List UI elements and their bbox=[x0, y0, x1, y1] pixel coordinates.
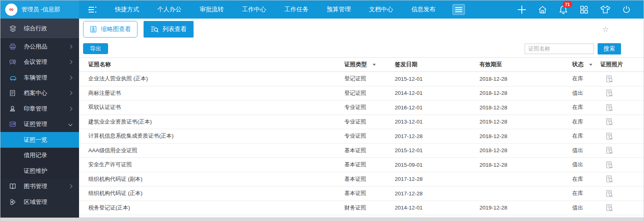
cell-issue_date: 2014-12-01 bbox=[395, 205, 479, 211]
car-icon bbox=[9, 74, 17, 81]
cell-issue_date: 2014-12-01 bbox=[395, 90, 479, 96]
cell-status: 借出 bbox=[572, 147, 600, 154]
cell-type: 基本证照 bbox=[344, 147, 395, 154]
topnav-item-6[interactable]: 文档中心 bbox=[369, 6, 393, 13]
sidebar-item-区域管理[interactable]: 区域管理 bbox=[0, 194, 79, 210]
photo-view-icon[interactable] bbox=[605, 175, 614, 183]
table-row[interactable]: 税务登记证(正本)财务证照2014-12-012019-12-28借出 bbox=[79, 201, 644, 216]
cell-status: 在库 bbox=[572, 118, 600, 126]
topnav-item-1[interactable]: 个人办公 bbox=[157, 6, 181, 13]
topnav-item-2[interactable]: 审批流转 bbox=[200, 6, 224, 13]
table-row[interactable]: 安全生产许可证照基本证照2015-09-012018-12-28借出 bbox=[79, 158, 644, 172]
table-row[interactable]: 组织机构代码证 (副本)基本证照2017-12-28在库 bbox=[79, 172, 644, 187]
photo-view-icon[interactable] bbox=[605, 189, 614, 198]
brand-area: ∞ 管理员 -信息部 bbox=[0, 0, 79, 19]
photo-view-icon[interactable] bbox=[605, 146, 614, 155]
topnav-item-4[interactable]: 工作任务 bbox=[284, 6, 308, 13]
cell-issue_date: 2016-12-01 bbox=[395, 105, 479, 111]
photo-view-icon[interactable] bbox=[605, 89, 614, 97]
photo-view-icon[interactable] bbox=[605, 75, 614, 83]
sidebar-item-印章管理[interactable]: 印章管理 bbox=[0, 101, 79, 117]
collapse-menu-icon[interactable] bbox=[87, 6, 98, 14]
archive-icon bbox=[9, 90, 17, 96]
cell-issue_date: 2015-12-01 bbox=[395, 147, 479, 153]
sidebar-item-label: 证照管理 bbox=[24, 120, 47, 128]
favorite-star-icon[interactable]: ☆ bbox=[602, 25, 609, 34]
topnav-item-5[interactable]: 预算管理 bbox=[327, 6, 351, 13]
column-header-type[interactable]: 证照类型 bbox=[344, 61, 395, 68]
cell-issue_date: 2017-12-28 bbox=[395, 191, 479, 197]
apps-icon[interactable] bbox=[579, 5, 589, 15]
power-icon[interactable] bbox=[621, 5, 631, 15]
table-row[interactable]: 商标注册证书登记证照2014-12-012018-12-28借出 bbox=[79, 86, 644, 101]
sidebar-item-label: 证照维护 bbox=[24, 167, 47, 175]
list-view-button[interactable]: 列表查看 bbox=[144, 21, 194, 38]
topnav-item-7[interactable]: 信息发布 bbox=[411, 6, 436, 13]
search-input[interactable] bbox=[525, 44, 594, 54]
sort-caret-icon[interactable] bbox=[373, 64, 376, 66]
column-header-label: 状态 bbox=[572, 61, 584, 68]
cell-valid_until: 2018-12-28 bbox=[479, 133, 572, 139]
table-row[interactable]: 组织机构代码证 (正本)基本证照2017-12-28在库 bbox=[79, 186, 644, 201]
column-header-status[interactable]: 状态 bbox=[572, 61, 600, 68]
table-row[interactable]: 双软认证证书专业证照2016-12-012018-12-28在库 bbox=[79, 101, 644, 115]
sidebar-item-会议管理[interactable]: 会议管理 bbox=[0, 54, 79, 70]
sidebar-item-证照维护[interactable]: 证照维护 bbox=[0, 163, 79, 179]
cell-type: 基本证照 bbox=[344, 176, 395, 183]
home-icon[interactable] bbox=[538, 5, 548, 15]
table-row[interactable]: 企业法人营业执照 (正本)登记证照2015-12-012018-12-28在库 bbox=[79, 72, 644, 86]
cell-status: 在库 bbox=[572, 176, 600, 183]
photo-view-icon[interactable] bbox=[605, 103, 614, 112]
chevron-down-icon bbox=[69, 122, 73, 126]
plus-icon[interactable] bbox=[517, 4, 527, 15]
cell-photo bbox=[600, 132, 644, 140]
more-menus-button[interactable] bbox=[452, 4, 465, 15]
sidebar-item-综合行政[interactable]: 综合行政 bbox=[0, 19, 79, 39]
sidebar-item-档案中心[interactable]: 档案中心 bbox=[0, 86, 79, 101]
table-row[interactable]: 计算机信息系统集成资质证书(正本)专业证照2017-12-282018-12-2… bbox=[79, 129, 644, 144]
table-row[interactable]: 建筑业企业资质证书(正本)专业证照2013-12-012019-12-28在库 bbox=[79, 115, 644, 130]
topnav-item-0[interactable]: 快捷方式 bbox=[115, 6, 139, 13]
sidebar-item-车辆管理[interactable]: 车辆管理 bbox=[0, 70, 79, 86]
sidebar-item-借用记录[interactable]: 借用记录 bbox=[0, 148, 79, 163]
table-header: 证照名称证照类型签发日期有效期至状态证照照片 bbox=[79, 58, 644, 72]
cell-valid_until: 2018-12-28 bbox=[479, 90, 572, 96]
export-button[interactable]: 导出 bbox=[83, 43, 108, 54]
notification-badge: 71 bbox=[563, 1, 572, 8]
cell-name: 计算机信息系统集成资质证书(正本) bbox=[88, 132, 344, 140]
chevron-right-icon bbox=[69, 75, 73, 80]
sidebar-item-证照管理[interactable]: 证照管理 bbox=[0, 117, 79, 132]
table-body: 企业法人营业执照 (正本)登记证照2015-12-012018-12-28在库商… bbox=[79, 72, 644, 215]
thumbnail-view-button[interactable]: 缩略图查看 bbox=[83, 21, 138, 38]
chevron-right-icon bbox=[69, 184, 73, 188]
top-navigation: 快捷方式个人办公审批流转工作中心工作任务预算管理文档中心信息发布 bbox=[115, 6, 436, 13]
sidebar-item-label: 图书管理 bbox=[24, 182, 47, 190]
cell-type: 专业证照 bbox=[344, 118, 395, 126]
sidebar-item-证照一览[interactable]: 证照一览 bbox=[0, 132, 79, 148]
sort-caret-icon[interactable] bbox=[589, 64, 592, 66]
topnav-item-3[interactable]: 工作中心 bbox=[242, 6, 266, 13]
cell-name: AAA级信用企业证照 bbox=[88, 147, 344, 154]
cell-valid_until: 2019-12-28 bbox=[479, 205, 572, 211]
idcard-icon bbox=[9, 121, 17, 128]
photo-view-icon[interactable] bbox=[605, 203, 614, 212]
cell-valid_until: 2018-12-28 bbox=[479, 105, 572, 111]
sidebar-item-label: 档案中心 bbox=[24, 89, 47, 97]
cell-issue_date: 2013-12-01 bbox=[395, 119, 479, 125]
book-icon bbox=[9, 183, 17, 190]
cell-issue_date: 2017-12-28 bbox=[395, 176, 479, 182]
bottom-scrollbar-strip[interactable] bbox=[0, 218, 644, 222]
search-button[interactable]: 搜索 bbox=[598, 43, 621, 54]
photo-view-icon[interactable] bbox=[605, 117, 614, 126]
sidebar-item-图书管理[interactable]: 图书管理 bbox=[0, 179, 79, 195]
bell-icon[interactable]: 71 bbox=[558, 4, 569, 15]
main-content: 缩略图查看 列表查看 ☆ 导出 搜索 bbox=[79, 19, 644, 218]
table-row[interactable]: AAA级信用企业证照基本证照2015-12-012018-12-28借出 bbox=[79, 144, 644, 158]
column-header-label: 签发日期 bbox=[395, 61, 417, 68]
photo-view-icon[interactable] bbox=[605, 132, 614, 140]
shirt-icon[interactable] bbox=[600, 5, 611, 15]
list-view-label: 列表查看 bbox=[163, 25, 187, 33]
photo-view-icon[interactable] bbox=[605, 161, 614, 169]
cell-photo bbox=[600, 146, 644, 155]
sidebar-item-办公用品[interactable]: 办公用品 bbox=[0, 39, 79, 54]
